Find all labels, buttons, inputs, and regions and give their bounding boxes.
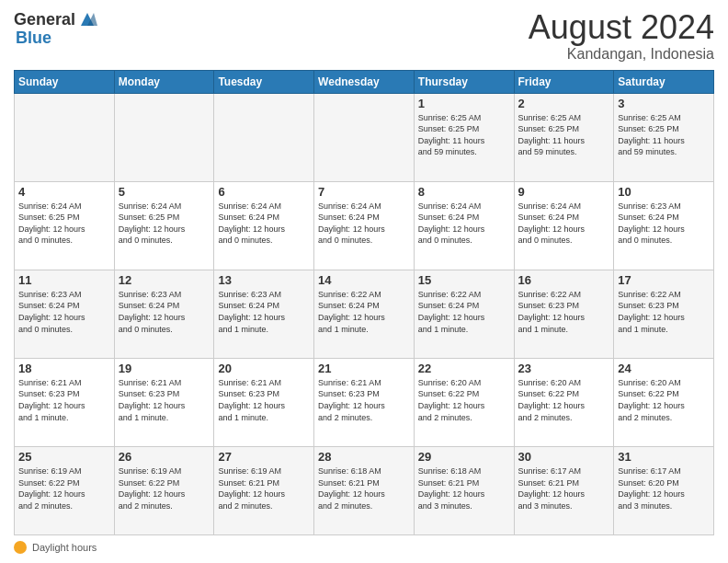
logo-blue-text: Blue — [16, 29, 97, 46]
calendar-cell: 5Sunrise: 6:24 AM Sunset: 6:25 PM Daylig… — [114, 181, 214, 270]
calendar-cell: 13Sunrise: 6:23 AM Sunset: 6:24 PM Dayli… — [214, 270, 314, 358]
day-info: Sunrise: 6:19 AM Sunset: 6:21 PM Dayligh… — [218, 465, 310, 511]
day-number: 30 — [518, 450, 610, 464]
day-info: Sunrise: 6:18 AM Sunset: 6:21 PM Dayligh… — [418, 465, 510, 511]
calendar-cell: 28Sunrise: 6:18 AM Sunset: 6:21 PM Dayli… — [314, 446, 415, 534]
day-number: 16 — [518, 273, 610, 287]
calendar-cell: 3Sunrise: 6:25 AM Sunset: 6:25 PM Daylig… — [614, 93, 714, 181]
day-number: 19 — [119, 362, 210, 375]
calendar-body: 1Sunrise: 6:25 AM Sunset: 6:25 PM Daylig… — [15, 93, 714, 534]
calendar-cell: 20Sunrise: 6:21 AM Sunset: 6:23 PM Dayli… — [214, 358, 314, 446]
day-info: Sunrise: 6:22 AM Sunset: 6:24 PM Dayligh… — [418, 289, 510, 335]
calendar-cell: 9Sunrise: 6:24 AM Sunset: 6:24 PM Daylig… — [514, 181, 614, 270]
day-number: 27 — [218, 450, 310, 464]
calendar-cell — [15, 93, 115, 181]
day-of-week-header: Sunday — [15, 70, 115, 93]
calendar-cell: 2Sunrise: 6:25 AM Sunset: 6:25 PM Daylig… — [514, 93, 614, 181]
day-number: 5 — [119, 185, 210, 199]
calendar-cell: 18Sunrise: 6:21 AM Sunset: 6:23 PM Dayli… — [15, 358, 115, 446]
day-of-week-header: Wednesday — [314, 70, 415, 93]
calendar-week-row: 18Sunrise: 6:21 AM Sunset: 6:23 PM Dayli… — [15, 358, 714, 446]
day-of-week-header: Tuesday — [214, 70, 314, 93]
day-of-week-header: Friday — [514, 70, 614, 93]
calendar-header: SundayMondayTuesdayWednesdayThursdayFrid… — [15, 70, 714, 93]
day-info: Sunrise: 6:21 AM Sunset: 6:23 PM Dayligh… — [218, 377, 310, 423]
calendar-cell: 22Sunrise: 6:20 AM Sunset: 6:22 PM Dayli… — [414, 358, 514, 446]
calendar-cell: 16Sunrise: 6:22 AM Sunset: 6:23 PM Dayli… — [514, 270, 614, 358]
day-number: 18 — [18, 362, 110, 375]
day-info: Sunrise: 6:17 AM Sunset: 6:21 PM Dayligh… — [518, 465, 610, 511]
day-number: 20 — [218, 362, 310, 375]
calendar-cell: 27Sunrise: 6:19 AM Sunset: 6:21 PM Dayli… — [214, 446, 314, 534]
calendar-cell — [214, 93, 314, 181]
day-number: 31 — [618, 450, 710, 464]
sun-icon — [14, 541, 27, 554]
calendar-cell — [114, 93, 214, 181]
day-number: 13 — [218, 273, 310, 287]
main-title: August 2024 — [529, 9, 714, 46]
day-of-week-header: Thursday — [414, 70, 514, 93]
day-info: Sunrise: 6:22 AM Sunset: 6:23 PM Dayligh… — [518, 289, 610, 335]
calendar-cell: 15Sunrise: 6:22 AM Sunset: 6:24 PM Dayli… — [414, 270, 514, 358]
calendar-cell: 8Sunrise: 6:24 AM Sunset: 6:24 PM Daylig… — [414, 181, 514, 270]
day-number: 8 — [418, 185, 510, 199]
calendar-cell: 12Sunrise: 6:23 AM Sunset: 6:24 PM Dayli… — [114, 270, 214, 358]
day-info: Sunrise: 6:21 AM Sunset: 6:23 PM Dayligh… — [318, 377, 410, 423]
day-number: 3 — [618, 97, 710, 110]
calendar-cell: 14Sunrise: 6:22 AM Sunset: 6:24 PM Dayli… — [314, 270, 415, 358]
day-number: 15 — [418, 273, 510, 287]
day-info: Sunrise: 6:25 AM Sunset: 6:25 PM Dayligh… — [418, 112, 510, 158]
title-block: August 2024 Kandangan, Indonesia — [529, 9, 714, 63]
day-info: Sunrise: 6:23 AM Sunset: 6:24 PM Dayligh… — [618, 201, 710, 247]
day-of-week-header: Saturday — [614, 70, 714, 93]
footer: Daylight hours — [14, 541, 714, 554]
day-number: 9 — [518, 185, 610, 199]
day-info: Sunrise: 6:20 AM Sunset: 6:22 PM Dayligh… — [418, 377, 510, 423]
day-info: Sunrise: 6:24 AM Sunset: 6:24 PM Dayligh… — [218, 201, 310, 247]
day-info: Sunrise: 6:19 AM Sunset: 6:22 PM Dayligh… — [18, 465, 110, 511]
day-number: 29 — [418, 450, 510, 464]
logo: General Blue — [14, 9, 97, 46]
day-number: 24 — [618, 362, 710, 375]
calendar-cell: 24Sunrise: 6:20 AM Sunset: 6:22 PM Dayli… — [614, 358, 714, 446]
calendar-cell: 4Sunrise: 6:24 AM Sunset: 6:25 PM Daylig… — [15, 181, 115, 270]
day-number: 11 — [18, 273, 110, 287]
day-info: Sunrise: 6:18 AM Sunset: 6:21 PM Dayligh… — [318, 465, 410, 511]
calendar-cell: 10Sunrise: 6:23 AM Sunset: 6:24 PM Dayli… — [614, 181, 714, 270]
logo-icon — [77, 9, 97, 29]
day-of-week-header: Monday — [114, 70, 214, 93]
day-info: Sunrise: 6:22 AM Sunset: 6:23 PM Dayligh… — [618, 289, 710, 335]
subtitle: Kandangan, Indonesia — [529, 46, 714, 63]
calendar-cell: 31Sunrise: 6:17 AM Sunset: 6:20 PM Dayli… — [614, 446, 714, 534]
day-number: 6 — [218, 185, 310, 199]
day-info: Sunrise: 6:17 AM Sunset: 6:20 PM Dayligh… — [618, 465, 710, 511]
header-row: SundayMondayTuesdayWednesdayThursdayFrid… — [15, 70, 714, 93]
day-info: Sunrise: 6:24 AM Sunset: 6:24 PM Dayligh… — [518, 201, 610, 247]
day-info: Sunrise: 6:25 AM Sunset: 6:25 PM Dayligh… — [618, 112, 710, 158]
day-number: 23 — [518, 362, 610, 375]
day-info: Sunrise: 6:23 AM Sunset: 6:24 PM Dayligh… — [119, 289, 210, 335]
day-number: 25 — [18, 450, 110, 464]
day-info: Sunrise: 6:25 AM Sunset: 6:25 PM Dayligh… — [518, 112, 610, 158]
day-number: 22 — [418, 362, 510, 375]
day-number: 28 — [318, 450, 410, 464]
day-number: 1 — [418, 97, 510, 110]
day-info: Sunrise: 6:21 AM Sunset: 6:23 PM Dayligh… — [18, 377, 110, 423]
calendar-week-row: 25Sunrise: 6:19 AM Sunset: 6:22 PM Dayli… — [15, 446, 714, 534]
day-info: Sunrise: 6:20 AM Sunset: 6:22 PM Dayligh… — [618, 377, 710, 423]
day-info: Sunrise: 6:22 AM Sunset: 6:24 PM Dayligh… — [318, 289, 410, 335]
day-number: 7 — [318, 185, 410, 199]
daylight-label: Daylight hours — [32, 542, 97, 553]
day-number: 4 — [18, 185, 110, 199]
calendar-cell: 19Sunrise: 6:21 AM Sunset: 6:23 PM Dayli… — [114, 358, 214, 446]
day-info: Sunrise: 6:24 AM Sunset: 6:25 PM Dayligh… — [18, 201, 110, 247]
day-number: 2 — [518, 97, 610, 110]
calendar-week-row: 11Sunrise: 6:23 AM Sunset: 6:24 PM Dayli… — [15, 270, 714, 358]
calendar-cell: 1Sunrise: 6:25 AM Sunset: 6:25 PM Daylig… — [414, 93, 514, 181]
day-info: Sunrise: 6:21 AM Sunset: 6:23 PM Dayligh… — [119, 377, 210, 423]
calendar-cell — [314, 93, 415, 181]
page: General Blue August 2024 Kandangan, Indo… — [0, 0, 728, 563]
day-info: Sunrise: 6:20 AM Sunset: 6:22 PM Dayligh… — [518, 377, 610, 423]
day-info: Sunrise: 6:24 AM Sunset: 6:24 PM Dayligh… — [418, 201, 510, 247]
day-number: 10 — [618, 185, 710, 199]
